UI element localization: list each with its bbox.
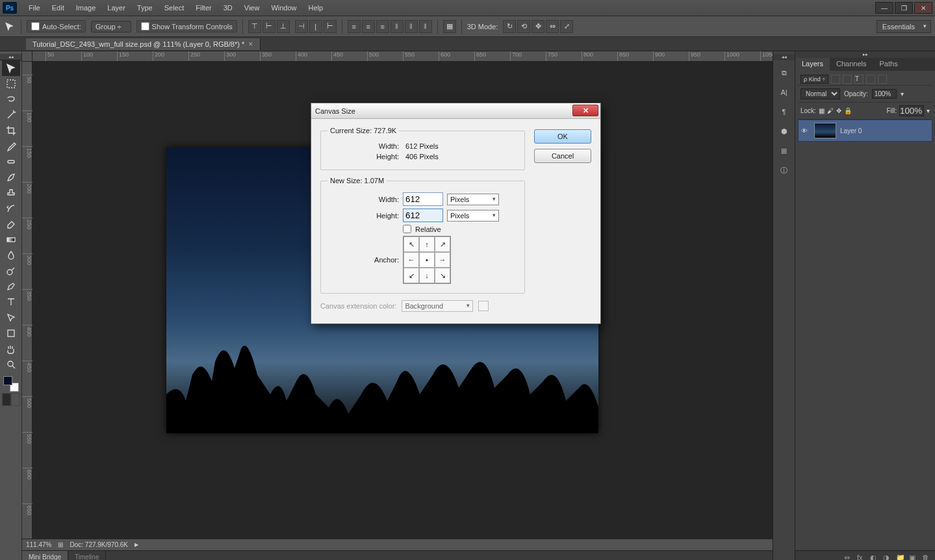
- menu-3d[interactable]: 3D: [218, 2, 238, 14]
- menu-type[interactable]: Type: [132, 2, 158, 14]
- auto-select-target[interactable]: Group ÷: [91, 21, 131, 32]
- new-width-input[interactable]: [403, 192, 443, 206]
- anchor-w[interactable]: ←: [403, 252, 419, 268]
- lock-trans-icon[interactable]: ▦: [819, 107, 825, 114]
- fg-color[interactable]: [3, 376, 12, 385]
- document-tab[interactable]: Tutorial_DSC_2493_wm_full size.psd @ 111…: [26, 38, 261, 50]
- dist-hmid-icon[interactable]: ⦀: [405, 20, 418, 33]
- auto-align-icon[interactable]: ▦: [443, 20, 456, 33]
- gradient-tool[interactable]: [2, 232, 20, 248]
- fill-input[interactable]: [899, 105, 924, 116]
- move-tool[interactable]: [2, 60, 20, 76]
- scale-icon[interactable]: ⤢: [560, 20, 573, 33]
- anchor-center[interactable]: •: [419, 252, 435, 268]
- ruler-origin[interactable]: [22, 51, 32, 62]
- menu-select[interactable]: Select: [159, 2, 190, 14]
- menu-layer[interactable]: Layer: [102, 2, 131, 14]
- show-transform-check[interactable]: Show Transform Controls: [136, 20, 237, 32]
- align-top-icon[interactable]: ⊤: [248, 20, 261, 33]
- filter-pixel-icon[interactable]: [831, 75, 840, 84]
- align-vmid-icon[interactable]: ⊢: [263, 20, 275, 33]
- dist-right-icon[interactable]: ⦀: [419, 20, 432, 33]
- opacity-dropdown-icon[interactable]: ▾: [901, 90, 904, 97]
- dist-left-icon[interactable]: ⦀: [391, 20, 403, 33]
- eyedropper-tool[interactable]: [2, 138, 20, 154]
- panel-collapse[interactable]: ◂◂: [773, 54, 795, 60]
- lasso-tool[interactable]: [2, 92, 20, 107]
- anchor-sw[interactable]: ↙: [403, 268, 419, 283]
- anchor-e[interactable]: →: [435, 252, 450, 268]
- trash-icon[interactable]: 🗑: [922, 554, 931, 561]
- brush-tool[interactable]: [2, 170, 20, 185]
- anchor-n[interactable]: ↑: [419, 236, 435, 252]
- menu-window[interactable]: Window: [266, 2, 301, 14]
- eraser-tool[interactable]: [2, 216, 20, 232]
- history-brush-tool[interactable]: [2, 201, 20, 216]
- lock-pos-icon[interactable]: ✥: [836, 107, 841, 114]
- menu-help[interactable]: Help: [303, 2, 329, 14]
- filter-shape-icon[interactable]: [866, 75, 875, 84]
- wand-tool[interactable]: [2, 107, 20, 123]
- align-left-icon[interactable]: ⊣: [295, 20, 308, 33]
- auto-select-check[interactable]: Auto-Select:: [27, 20, 86, 32]
- new-layer-icon[interactable]: ▣: [909, 554, 918, 561]
- anchor-s[interactable]: ↓: [419, 268, 435, 283]
- zoom-tool[interactable]: [2, 357, 20, 372]
- anchor-se[interactable]: ↘: [435, 268, 450, 283]
- stamp-tool[interactable]: [2, 185, 20, 201]
- align-right-icon[interactable]: ⊢: [324, 20, 337, 33]
- fx-icon[interactable]: fx: [857, 554, 866, 561]
- filter-smart-icon[interactable]: [878, 75, 887, 84]
- filter-kind[interactable]: ρ Kind ÷: [801, 75, 828, 84]
- color-swatch[interactable]: [2, 375, 20, 393]
- menu-filter[interactable]: Filter: [190, 2, 216, 14]
- 3d-icon[interactable]: ⬢: [777, 124, 791, 138]
- orbit-icon[interactable]: ↻: [503, 20, 516, 33]
- blur-tool[interactable]: [2, 248, 20, 263]
- pan-icon[interactable]: ✥: [532, 20, 544, 33]
- quickmask-toggle[interactable]: [2, 393, 20, 406]
- properties-icon[interactable]: ⊞: [777, 144, 791, 158]
- tab-minibridge[interactable]: Mini Bridge: [22, 551, 68, 560]
- path-select-tool[interactable]: [2, 310, 20, 325]
- align-bottom-icon[interactable]: ⊥: [277, 20, 290, 33]
- tab-layers[interactable]: Layers: [795, 58, 830, 71]
- heal-tool[interactable]: [2, 154, 20, 170]
- dist-bottom-icon[interactable]: ≡: [376, 20, 389, 33]
- panel-collapse[interactable]: ▸▸: [795, 51, 935, 58]
- opacity-input[interactable]: [872, 89, 897, 99]
- shape-tool[interactable]: [2, 325, 20, 341]
- dialog-close-button[interactable]: ✕: [572, 105, 598, 116]
- ok-button[interactable]: OK: [534, 129, 591, 144]
- visibility-icon[interactable]: 👁: [801, 127, 810, 134]
- ext-color-select[interactable]: Background: [402, 300, 473, 312]
- pen-tool[interactable]: [2, 279, 20, 294]
- fill-dropdown-icon[interactable]: ▾: [927, 107, 930, 114]
- character-icon[interactable]: A|: [777, 85, 791, 99]
- paragraph-icon[interactable]: ¶: [777, 105, 791, 119]
- workspace-switcher[interactable]: Essentials: [877, 20, 931, 33]
- filter-adjust-icon[interactable]: [843, 75, 852, 84]
- ext-color-swatch[interactable]: [478, 301, 489, 311]
- layer-name[interactable]: Layer 0: [840, 127, 862, 134]
- close-tab-icon[interactable]: ✕: [248, 41, 253, 47]
- tab-timeline[interactable]: Timeline: [68, 551, 106, 560]
- status-flyout-icon[interactable]: ▶: [134, 542, 138, 548]
- dist-vmid-icon[interactable]: ≡: [362, 20, 375, 33]
- relative-checkbox[interactable]: [403, 225, 411, 233]
- mask-icon[interactable]: ◐: [870, 554, 879, 561]
- menu-file[interactable]: File: [23, 2, 45, 14]
- lock-all-icon[interactable]: 🔒: [844, 107, 852, 114]
- crop-tool[interactable]: [2, 123, 20, 138]
- ruler-vertical[interactable]: 5010015020025030035040045050055060065070…: [22, 62, 32, 560]
- filter-type-icon[interactable]: T: [854, 75, 864, 84]
- hand-tool[interactable]: [2, 341, 20, 357]
- maximize-button[interactable]: ❐: [895, 2, 913, 14]
- menu-view[interactable]: View: [239, 2, 265, 14]
- ruler-horizontal[interactable]: 5010015020025030035040045050055060065070…: [32, 51, 773, 62]
- blend-mode[interactable]: Normal: [801, 88, 840, 99]
- menu-edit[interactable]: Edit: [47, 2, 70, 14]
- link-icon[interactable]: ⇔: [844, 554, 853, 561]
- menu-image[interactable]: Image: [71, 2, 101, 14]
- adjustment-icon[interactable]: ◑: [883, 554, 892, 561]
